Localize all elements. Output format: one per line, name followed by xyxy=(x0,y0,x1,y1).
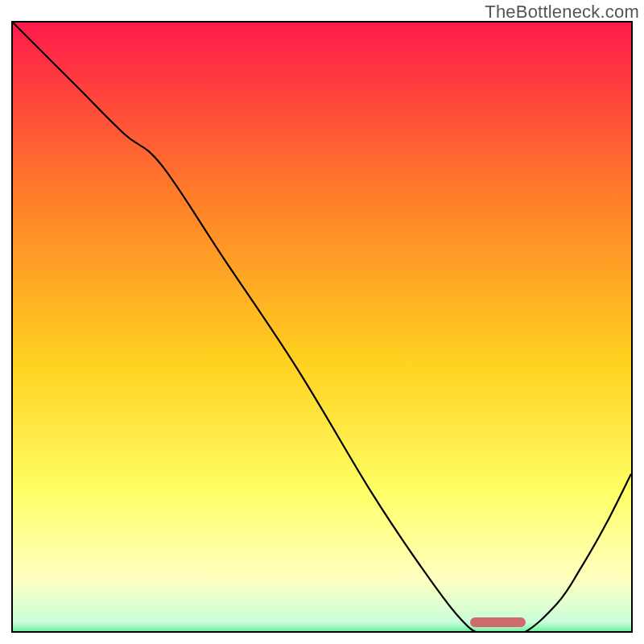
chart-frame: TheBottleneck.com xyxy=(0,0,644,644)
watermark-text: TheBottleneck.com xyxy=(485,2,639,23)
curve-path xyxy=(13,23,631,633)
bottleneck-curve xyxy=(13,23,631,633)
plot-area xyxy=(11,21,633,633)
optimal-range-marker xyxy=(470,617,526,627)
